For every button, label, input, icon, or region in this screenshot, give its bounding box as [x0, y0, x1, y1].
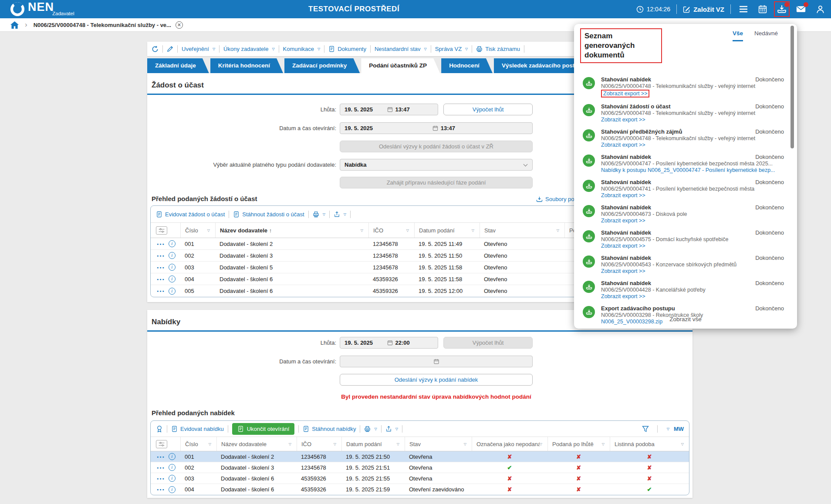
column-filter-icon[interactable]: ▽ — [209, 442, 211, 446]
toolbar-item-tisk-z-znamu[interactable]: Tisk záznamu — [476, 46, 520, 52]
print-menu[interactable]: ▽ — [313, 211, 325, 218]
tab-pod-n-astn-k-zp[interactable]: Podání účastníků ZP — [361, 58, 440, 73]
column-header-i-o[interactable]: IČO▽ — [297, 437, 341, 451]
action-st-hnout-dosti-o-ast[interactable]: Stáhnout žádosti o účast — [233, 211, 304, 218]
column-filter-icon[interactable]: ▽ — [464, 442, 466, 446]
panel-scrollbar[interactable] — [790, 26, 794, 148]
column-header-ozna-ena-jako-nepodan[interactable]: Označena jako nepodaná▽ — [472, 437, 547, 451]
row-menu-icon[interactable]: ●●● — [157, 278, 165, 281]
info-icon[interactable]: i — [169, 288, 176, 295]
info-icon[interactable]: i — [169, 240, 176, 247]
download-item-link[interactable]: Nabídky k postupu N006_25_V00004747 - Po… — [601, 167, 784, 173]
column-header-podan-po-lh-t[interactable]: Podaná po lhůtě▽ — [547, 437, 610, 451]
row-menu-icon[interactable]: ●●● — [157, 266, 165, 269]
column-header-datum-pod-n[interactable]: Datum podání▽ — [341, 437, 405, 451]
column-header-datum-pod-n[interactable]: Datum podání▽ — [414, 223, 480, 238]
menu-icon[interactable] — [737, 3, 750, 16]
column-filter-icon[interactable]: ▽ — [540, 442, 542, 446]
column-settings[interactable] — [151, 223, 180, 238]
row-menu-icon[interactable]: ●●● — [157, 477, 165, 480]
action-st-hnout-nab-dky[interactable]: Stáhnout nabídky — [303, 426, 356, 432]
info-icon[interactable]: i — [169, 486, 176, 493]
download-item-link[interactable]: Zobrazit export >> — [601, 90, 784, 97]
nabidky-datum-otevirani-input[interactable] — [340, 356, 533, 367]
toolbar-item-dokumenty[interactable]: Dokumenty — [328, 46, 366, 52]
downloads-icon[interactable] — [775, 3, 788, 16]
download-item-link[interactable]: Zobrazit export >> — [601, 218, 784, 224]
nen-logo[interactable]: NEN Zadavatel — [10, 1, 74, 17]
typ-podani-select[interactable]: Nabídka — [340, 159, 533, 171]
edit-record-icon[interactable] — [167, 46, 173, 52]
column-header-stav[interactable]: Stav▽ — [405, 437, 472, 451]
column-filter-icon[interactable]: ▽ — [681, 442, 684, 446]
tab-z-kladn-daje[interactable]: Základní údaje — [147, 58, 209, 73]
column-filter-icon[interactable]: ▽ — [397, 442, 399, 446]
toolbar-item-kony-zadavatele[interactable]: Úkony zadavatele▽ — [223, 46, 275, 52]
info-icon[interactable]: i — [169, 475, 176, 482]
info-icon[interactable]: i — [169, 464, 176, 471]
column-filter-icon[interactable]: ▽ — [557, 228, 559, 232]
column-header-stav[interactable]: Stav▽ — [480, 223, 564, 238]
column-settings[interactable] — [151, 437, 180, 451]
download-item-link[interactable]: Zobrazit export >> — [601, 117, 784, 123]
tab-krit-ria-hodnocen[interactable]: Kritéria hodnocení — [210, 58, 283, 73]
mail-icon[interactable] — [794, 3, 807, 16]
row-menu-icon[interactable]: ●●● — [157, 242, 165, 245]
close-icon[interactable]: ✕ — [176, 21, 183, 29]
table-row[interactable]: ●●●i001Dodavatel - školení 21234567819. … — [151, 451, 689, 462]
filter-button[interactable] — [642, 426, 649, 432]
odeslani-vyzvy-nabidky-button[interactable]: Odeslání výzvy k podání nabídek — [340, 374, 533, 386]
award-icon-button[interactable] — [156, 425, 163, 433]
panel-tab-v-e[interactable]: Vše — [733, 30, 743, 41]
info-icon[interactable]: i — [169, 453, 176, 460]
tab-hodnocen[interactable]: Hodnocení — [441, 58, 493, 73]
nabidky-lhuta-input[interactable]: 19. 5. 2025 22:00 — [340, 337, 438, 349]
create-vz-button[interactable]: Založit VZ — [683, 6, 724, 13]
download-item-link[interactable]: Zobrazit export >> — [601, 192, 784, 198]
column-filter-icon[interactable]: ▽ — [361, 228, 363, 232]
home-icon[interactable] — [10, 21, 19, 29]
panel-tab-ned-vn[interactable]: Nedávné — [754, 30, 778, 41]
action-evidovat-nab-dku[interactable]: Evidovat nabídku — [171, 426, 224, 432]
row-menu-icon[interactable]: ●●● — [157, 455, 165, 458]
ukoncit-otevirani-button[interactable]: Ukončit otevírání — [232, 423, 295, 435]
tab-zad-vac-podm-nky[interactable]: Zadávací podmínky — [284, 58, 360, 73]
user-icon[interactable] — [814, 3, 827, 16]
row-menu-icon[interactable]: ●●● — [157, 289, 165, 292]
download-item-link[interactable]: Zobrazit export >> — [601, 293, 784, 299]
table-row[interactable]: ●●●i004Dodavatel - školení 64535932619. … — [151, 484, 689, 495]
column-header-n-zev-dodavatele[interactable]: Název dodavatele▽ — [216, 437, 297, 451]
column-filter-icon[interactable]: ▽ — [207, 228, 210, 232]
table-row[interactable]: ●●●i003Dodavatel - školení 64535932619. … — [151, 473, 689, 484]
breadcrumb-item[interactable]: N006/25/V00004748 - Telekomunikační služ… — [34, 22, 171, 28]
vypocet-lhut-button[interactable]: Výpočet lhůt — [443, 104, 533, 115]
download-item-link[interactable]: Zobrazit export >> — [601, 243, 784, 249]
column-header-slo[interactable]: Číslo▽ — [180, 223, 215, 238]
toolbar-item-nestandardn-stav[interactable]: Nestandardní stav▽ — [375, 46, 427, 52]
column-filter-icon[interactable]: ▽ — [602, 442, 605, 446]
toolbar-item-spr-va-vz[interactable]: Správa VZ▽ — [435, 46, 468, 52]
lhuta-datetime-input[interactable]: 19. 5. 2025 13:47 — [340, 104, 438, 115]
column-filter-icon[interactable]: ▽ — [289, 442, 291, 446]
action-evidovat-dost-o-ast[interactable]: Evidovat žádost o účast — [156, 211, 225, 218]
column-header-listinn-podoba[interactable]: Listinná podoba▽ — [610, 437, 689, 451]
row-menu-icon[interactable]: ●●● — [157, 488, 165, 491]
datum-otevirani-input[interactable]: 19. 5. 2025 13:47 — [340, 122, 533, 134]
table-row[interactable]: ●●●i002Dodavatel - školení 31234567819. … — [151, 462, 689, 473]
info-icon[interactable]: i — [169, 264, 176, 271]
column-header-slo[interactable]: Číslo▽ — [180, 437, 216, 451]
print-menu[interactable]: ▽ — [364, 426, 377, 432]
column-header-n-zev-dodavatele[interactable]: Název dodavatele ↑▽ — [215, 223, 368, 238]
row-menu-icon[interactable]: ●●● — [157, 466, 165, 469]
column-filter-icon[interactable]: ▽ — [406, 228, 409, 232]
info-icon[interactable]: i — [169, 276, 176, 282]
views-menu[interactable]: ▽ — [666, 427, 669, 431]
user-initials-badge[interactable]: MW — [674, 426, 684, 432]
toolbar-item-uve-ejn-n[interactable]: Uveřejnění▽ — [182, 46, 215, 52]
download-item-link[interactable]: Zobrazit export >> — [601, 268, 784, 274]
refresh-icon[interactable] — [152, 46, 159, 53]
export-menu[interactable]: ▽ — [334, 211, 346, 218]
toolbar-item-komunikace[interactable]: Komunikace▽ — [283, 46, 321, 52]
row-menu-icon[interactable]: ●●● — [157, 254, 165, 257]
column-filter-icon[interactable]: ▽ — [472, 228, 474, 232]
